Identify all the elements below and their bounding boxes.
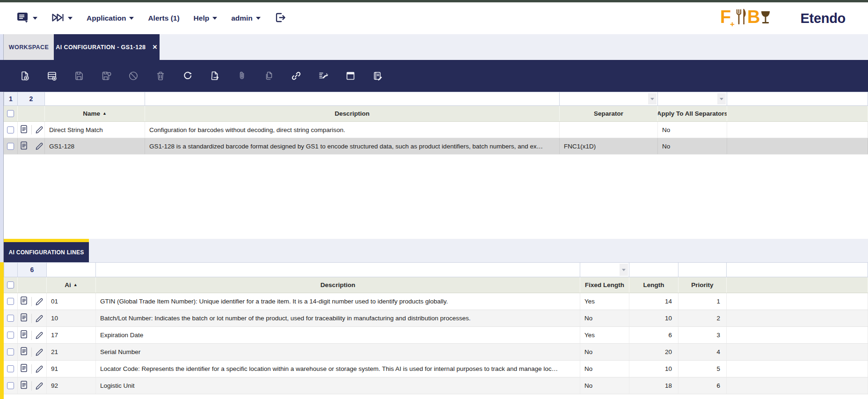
lines-row[interactable]: 01 GTIN (Global Trade Item Number): Uniq… <box>4 293 868 310</box>
link-button[interactable] <box>291 70 302 81</box>
new-record-button[interactable] <box>19 70 30 81</box>
cell-length: 18 <box>629 377 678 394</box>
cell-description: Logistic Unit <box>96 377 580 394</box>
edit-record-icon[interactable] <box>35 313 44 324</box>
column-header-length[interactable]: Length <box>629 277 678 293</box>
cell-description: Locator Code: Represents the identifier … <box>96 361 580 377</box>
lines-row[interactable]: 17 Expiration Date Yes 6 3 <box>4 327 868 344</box>
save-button[interactable] <box>73 70 85 81</box>
quick-launch-button[interactable] <box>51 13 73 24</box>
column-header-ai[interactable]: Ai ▲ <box>47 277 96 293</box>
edit-record-icon[interactable] <box>35 296 44 307</box>
save-and-new-icon <box>101 70 112 81</box>
open-record-icon[interactable] <box>20 141 28 152</box>
cell-filler <box>727 310 868 326</box>
export-icon <box>209 70 220 81</box>
cell-length: 20 <box>629 344 678 360</box>
filter-lines-description-input[interactable] <box>96 262 580 277</box>
filter-name-input[interactable] <box>45 92 145 106</box>
tab-workspace[interactable]: WORKSPACE <box>4 34 54 60</box>
edit-record-icon[interactable] <box>35 141 44 151</box>
row-checkbox[interactable] <box>7 126 14 133</box>
cell-ai: 17 <box>47 327 96 343</box>
filter-apply-input[interactable] <box>658 92 727 106</box>
edit-record-icon[interactable] <box>35 381 44 391</box>
column-header-fixed-length[interactable]: Fixed Length <box>580 277 629 293</box>
filter-description-input[interactable] <box>145 92 560 106</box>
left-rail-accent <box>0 262 4 399</box>
alerts-link[interactable]: Alerts (1) <box>148 14 179 22</box>
filter-separator-input[interactable] <box>560 92 658 106</box>
filter-dropdown-icon[interactable] <box>620 264 628 276</box>
column-header-priority[interactable]: Priority <box>678 277 727 293</box>
tab-ai-configuration-lines[interactable]: AI CONFIGURATION LINES <box>4 242 89 262</box>
tools-icon <box>318 70 329 81</box>
user-menu[interactable]: admin <box>231 14 261 22</box>
help-menu[interactable]: Help <box>194 14 218 22</box>
column-header-separator[interactable]: Separator <box>560 106 658 121</box>
tab-ai-configuration[interactable]: AI CONFIGURATION - GS1-128 ✕ <box>54 34 160 60</box>
lines-row[interactable]: 92 Logistic Unit No 18 6 <box>4 377 868 394</box>
delete-button[interactable] <box>155 70 166 81</box>
filter-fixed-length-input[interactable] <box>580 262 629 277</box>
close-tab-icon[interactable]: ✕ <box>152 44 157 51</box>
row-checkbox[interactable] <box>7 315 14 322</box>
row-checkbox[interactable] <box>7 143 14 150</box>
grid-view-button[interactable] <box>46 70 58 81</box>
select-all-checkbox[interactable] <box>7 281 14 288</box>
cell-apply: No <box>658 138 727 154</box>
config-row[interactable]: GS1-128 GS1-128 is a standardized barcod… <box>4 138 868 155</box>
filter-dropdown-icon[interactable] <box>717 93 726 104</box>
report-button[interactable] <box>372 70 383 81</box>
row-checkbox[interactable] <box>7 382 14 389</box>
cell-priority: 5 <box>678 361 727 377</box>
open-record-icon[interactable] <box>20 380 28 391</box>
lines-row[interactable]: 10 Batch/Lot Number: Indicates the batch… <box>4 310 868 327</box>
open-record-icon[interactable] <box>20 363 28 374</box>
open-record-icon[interactable] <box>20 347 28 357</box>
cell-ai: 92 <box>47 377 96 394</box>
row-checkbox[interactable] <box>7 348 14 355</box>
refresh-button[interactable] <box>182 70 193 81</box>
filter-length-input[interactable] <box>629 262 678 277</box>
application-menu[interactable]: Application <box>87 14 134 22</box>
row-checkbox[interactable] <box>7 298 14 305</box>
cell-filler <box>727 138 868 154</box>
config-grid: 1 2 Name ▲ Description Separator <box>4 92 868 239</box>
logo-letter-f: F <box>720 7 731 27</box>
open-record-icon[interactable] <box>20 125 28 135</box>
lines-row[interactable]: 21 Serial Number No 20 4 <box>4 344 868 361</box>
lines-row[interactable]: 91 Locator Code: Represents the identifi… <box>4 361 868 377</box>
export-button[interactable] <box>209 70 220 81</box>
column-header-name[interactable]: Name ▲ <box>45 106 145 121</box>
open-record-icon[interactable] <box>20 313 28 324</box>
logout-button[interactable] <box>275 12 285 25</box>
form-view-button[interactable] <box>345 70 356 81</box>
row-checkbox[interactable] <box>7 332 14 339</box>
edit-record-icon[interactable] <box>35 347 44 357</box>
filter-ai-input[interactable] <box>47 262 96 277</box>
edit-record-icon[interactable] <box>35 125 44 135</box>
select-all-checkbox[interactable] <box>7 110 14 117</box>
logo-letter-b: B <box>747 7 760 27</box>
config-row[interactable]: Direct String Match Configuration for ba… <box>4 122 868 138</box>
edit-record-icon[interactable] <box>35 364 44 374</box>
filter-dropdown-icon[interactable] <box>648 93 656 104</box>
column-header-lines-description[interactable]: Description <box>96 277 580 293</box>
row-checkbox[interactable] <box>7 365 14 372</box>
edit-record-icon[interactable] <box>35 330 44 340</box>
copy-record-button[interactable] <box>263 70 275 81</box>
cell-priority: 1 <box>678 293 727 310</box>
application-menu-label: Application <box>87 14 126 22</box>
open-record-icon[interactable] <box>20 330 28 340</box>
open-record-icon[interactable] <box>20 296 28 307</box>
menu-icon <box>17 12 29 25</box>
save-and-new-button[interactable] <box>101 70 112 81</box>
column-header-apply[interactable]: Apply To All Separators <box>658 106 727 121</box>
column-header-description[interactable]: Description <box>145 106 560 121</box>
tools-button[interactable] <box>318 70 329 81</box>
menu-button[interactable] <box>17 12 37 25</box>
undo-button[interactable] <box>128 70 139 81</box>
filter-priority-input[interactable] <box>678 262 727 277</box>
attachment-button[interactable] <box>236 70 248 81</box>
